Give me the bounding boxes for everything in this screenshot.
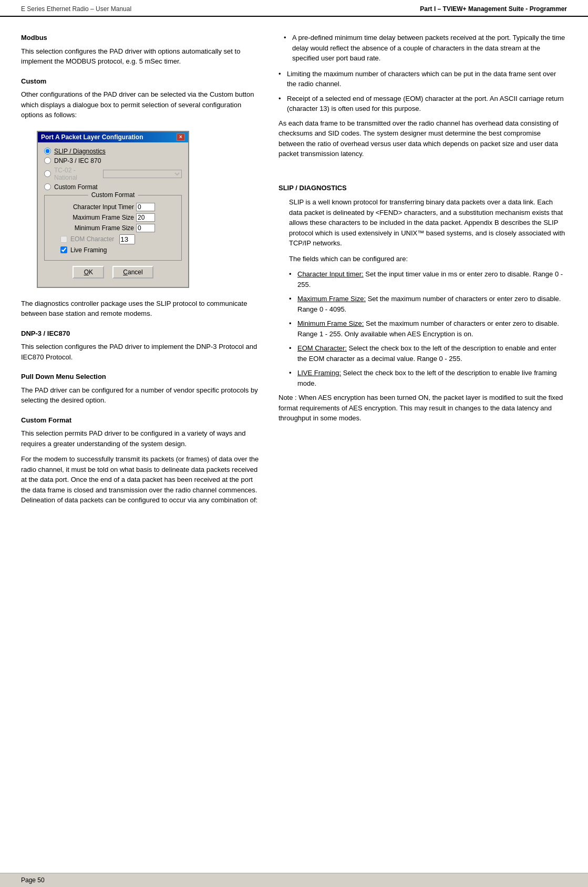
- char-input-timer-field[interactable]: [136, 203, 155, 211]
- eom-char-row: EOM Character: [60, 234, 176, 244]
- live-framing-row: Live Framing: [60, 246, 176, 254]
- slip-field-eom: EOM Character: Select the check box to t…: [289, 343, 567, 364]
- main-content: Modbus This selection configures the PAD…: [0, 17, 588, 511]
- slip-field-live: LIVE Framing: Select the check box to th…: [289, 368, 567, 388]
- radio-slip-input[interactable]: [44, 148, 51, 154]
- custom-format-groupbox: Custom Format Character Input Timer Maxi…: [44, 195, 182, 261]
- radio-custom: Custom Format: [44, 183, 182, 191]
- header-right-title: Part I – TVIEW+ Management Suite - Progr…: [420, 5, 567, 13]
- live-framing-checkbox[interactable]: [60, 246, 67, 253]
- radio-dnp3: DNP-3 / IEC 870: [44, 157, 182, 164]
- pulldown-text: The PAD driver can be configured for a n…: [21, 385, 263, 406]
- page-footer: Page 50: [0, 873, 588, 887]
- ok-button[interactable]: OK: [73, 266, 104, 279]
- min-frame-size-field[interactable]: [136, 224, 155, 232]
- radio-tc02-input[interactable]: [44, 170, 51, 177]
- max-frame-size-row: Maximum Frame Size: [50, 213, 176, 222]
- slip-intro: SLIP is a well known protocol for transf…: [289, 197, 567, 249]
- live-framing-link-label: LIVE Framing:: [297, 369, 341, 377]
- max-frame-size-field[interactable]: [136, 213, 155, 222]
- custom-format-text: This selection permits PAD driver to be …: [21, 428, 263, 449]
- modbus-heading: Modbus: [21, 33, 263, 43]
- page-number: Page 50: [21, 876, 45, 884]
- diagnostics-slip-text: The diagnostics controller package uses …: [21, 298, 263, 319]
- slip-field-max-frame: Maximum Frame Size: Set the maximum numb…: [289, 294, 567, 314]
- tc02-select[interactable]: [103, 170, 182, 178]
- radio-slip: SLIP / Diagnostics: [44, 148, 182, 155]
- header-left-title: E Series Ethernet Radio – User Manual: [21, 5, 131, 13]
- radio-custom-input[interactable]: [44, 183, 51, 190]
- slip-fields-intro: The fields which can be configured are:: [289, 254, 567, 264]
- char-input-timer-row: Character Input Timer: [50, 203, 176, 211]
- left-column: Modbus This selection configures the PAD…: [21, 33, 263, 511]
- top-right-bullet: A pre-defined minimum time delay between…: [278, 33, 567, 64]
- radio-slip-label: SLIP / Diagnostics: [54, 148, 106, 155]
- char-timer-label: Character Input timer:: [297, 270, 364, 278]
- cancel-underline: C: [123, 269, 128, 276]
- dnp3-heading: DNP-3 / IEC870: [21, 328, 263, 339]
- dialog-buttons: OK Cancel: [44, 266, 182, 282]
- groupbox-legend: Custom Format: [88, 191, 138, 199]
- slip-field-char-timer: Character Input timer: Set the input tim…: [289, 269, 567, 290]
- custom-heading: Custom: [21, 76, 263, 87]
- radio-custom-label: Custom Format: [54, 183, 98, 191]
- eom-char-field[interactable]: [119, 234, 135, 244]
- right-column: A pre-defined minimum time delay between…: [278, 33, 567, 511]
- page-header: E Series Ethernet Radio – User Manual Pa…: [0, 0, 588, 17]
- radio-tc02-label: TC-02 - National: [54, 167, 98, 181]
- eom-char-label: EOM Character: [70, 235, 114, 243]
- min-frame-label: Minimum Frame Size:: [297, 319, 364, 327]
- top-bullets: Limiting the maximum number of character…: [278, 69, 567, 114]
- bullet-eom: Receipt of a selected end of message (EO…: [278, 94, 567, 114]
- dialog-title: Port A Packet Layer Configuration: [41, 133, 143, 141]
- dialog-close-button[interactable]: ×: [177, 133, 185, 141]
- slip-field-min-frame: Minimum Frame Size: Set the maximum numb…: [289, 318, 567, 339]
- modem-transmit-text: For the modem to successfully transmit i…: [21, 454, 263, 506]
- radio-tc02: TC-02 - National: [44, 167, 182, 181]
- custom-format-heading: Custom Format: [21, 415, 263, 426]
- min-frame-size-row: Minimum Frame Size: [50, 224, 176, 232]
- bullet-max-chars: Limiting the maximum number of character…: [278, 69, 567, 89]
- slip-indent: SLIP is a well known protocol for transf…: [289, 197, 567, 388]
- custom-text: Other configurations of the PAD driver c…: [21, 89, 263, 120]
- radio-dnp3-label: DNP-3 / IEC 870: [54, 157, 101, 164]
- dialog-body: SLIP / Diagnostics DNP-3 / IEC 870 TC-02…: [38, 142, 188, 287]
- char-input-timer-label: Character Input Timer: [50, 203, 134, 211]
- slip-diagnostics-heading: SLIP / DIAGNOSTICS: [278, 183, 567, 193]
- dialog-container: Port A Packet Layer Configuration × SLIP…: [37, 131, 263, 288]
- eom-char-checkbox[interactable]: [60, 236, 67, 243]
- eom-label: EOM Character:: [297, 344, 347, 352]
- dialog-titlebar: Port A Packet Layer Configuration ×: [38, 132, 188, 142]
- dnp3-text: This selection configures the PAD driver…: [21, 342, 263, 362]
- aes-note: Note : When AES encryption has been turn…: [278, 393, 567, 424]
- cancel-button[interactable]: Cancel: [112, 266, 153, 279]
- slip-fields-list: Character Input timer: Set the input tim…: [289, 269, 567, 388]
- modbus-text: This selection configures the PAD driver…: [21, 46, 263, 67]
- port-packet-dialog: Port A Packet Layer Configuration × SLIP…: [37, 131, 189, 288]
- live-framing-label: Live Framing: [70, 246, 107, 254]
- pulldown-heading: Pull Down Menu Selection: [21, 372, 263, 382]
- radio-dnp3-input[interactable]: [44, 157, 51, 164]
- min-frame-size-label: Minimum Frame Size: [50, 224, 134, 232]
- overhead-text: As each data frame to be transmitted ove…: [278, 118, 567, 159]
- max-frame-label: Maximum Frame Size:: [297, 295, 366, 303]
- max-frame-size-label: Maximum Frame Size: [50, 214, 134, 221]
- ok-underline: O: [84, 269, 89, 276]
